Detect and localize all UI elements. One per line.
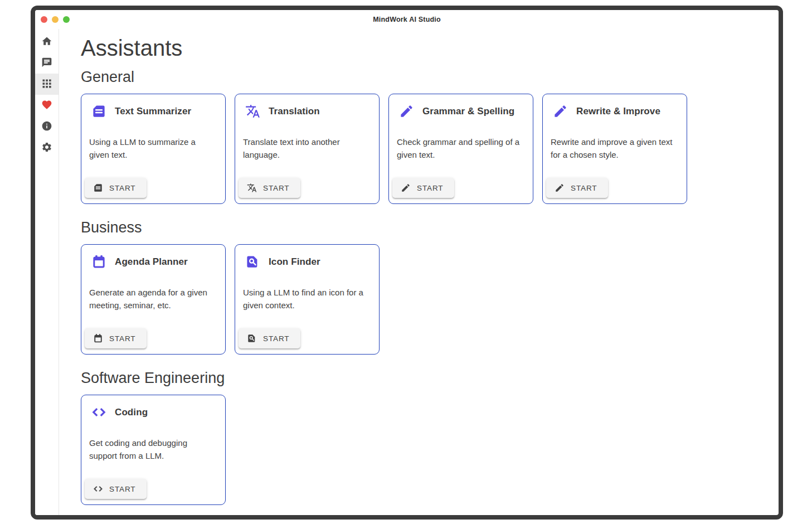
card-description: Rewrite and improve a given text for a c… [551, 136, 679, 161]
card-title: Translation [269, 106, 320, 117]
assistant-card: CodingGet coding and debugging support f… [81, 395, 226, 505]
sidebar-item-home[interactable] [35, 31, 59, 52]
pencil-icon [399, 104, 414, 119]
assistant-section: Software EngineeringCodingGet coding and… [81, 370, 779, 505]
pencil-icon [401, 183, 411, 193]
start-button[interactable]: START [85, 328, 147, 348]
heart-icon [41, 99, 52, 112]
card-title: Icon Finder [269, 256, 320, 268]
card-description: Generate an agenda for a given meeting, … [89, 287, 217, 312]
assistant-section: GeneralText SummarizerUsing a LLM to sum… [81, 69, 779, 204]
settings-gear-icon [41, 142, 52, 154]
apps-grid-icon [41, 78, 52, 91]
app-window: MindWork AI Studio Assistants GeneralTex… [31, 6, 783, 520]
assistant-card: Agenda PlannerGenerate an agenda for a g… [81, 244, 226, 355]
start-button-label: START [263, 334, 290, 343]
page-title: Assistants [81, 36, 779, 61]
code-icon [91, 405, 106, 420]
assistant-card: Icon FinderUsing a LLM to find an icon f… [235, 244, 380, 355]
home-icon [41, 36, 52, 48]
card-description: Translate text into another language. [243, 136, 371, 161]
translate-icon [245, 104, 260, 119]
start-button[interactable]: START [85, 178, 147, 198]
start-button-label: START [109, 485, 136, 493]
assistant-card: TranslationTranslate text into another l… [235, 94, 380, 204]
main-content: Assistants GeneralText SummarizerUsing a… [59, 29, 779, 515]
start-button-label: START [109, 334, 136, 343]
section-heading: Software Engineering [81, 370, 779, 387]
sidebar-item-info[interactable] [35, 116, 59, 137]
card-title: Agenda Planner [115, 256, 188, 268]
sidebar [35, 29, 59, 515]
window-title: MindWork AI Studio [35, 16, 779, 23]
card-description: Using a LLM to summarize a given text. [89, 136, 217, 161]
calendar-icon [93, 333, 103, 343]
start-button[interactable]: START [239, 178, 300, 198]
section-heading: General [81, 69, 779, 86]
sidebar-item-heart[interactable] [35, 95, 59, 116]
titlebar: MindWork AI Studio [35, 10, 779, 29]
translate-icon [247, 183, 257, 193]
start-button[interactable]: START [392, 178, 454, 198]
assistant-section: BusinessAgenda PlannerGenerate an agenda… [81, 219, 779, 355]
sidebar-item-settings[interactable] [35, 137, 59, 158]
start-button-label: START [109, 184, 136, 192]
summarize-document-icon [91, 104, 106, 119]
card-description: Check grammar and spelling of a given te… [397, 136, 525, 161]
icon-search-icon [245, 254, 260, 269]
assistant-card: Rewrite & ImproveRewrite and improve a g… [542, 94, 687, 204]
start-button-label: START [263, 184, 290, 192]
code-icon [93, 484, 103, 494]
card-description: Get coding and debugging support from a … [89, 437, 217, 462]
pencil-icon [555, 183, 565, 193]
calendar-icon [91, 254, 106, 269]
start-button[interactable]: START [546, 178, 608, 198]
card-title: Coding [115, 407, 148, 418]
assistant-card: Text SummarizerUsing a LLM to summarize … [81, 94, 226, 204]
icon-search-icon [247, 333, 257, 343]
start-button-label: START [417, 184, 444, 192]
card-title: Grammar & Spelling [422, 106, 514, 117]
pencil-icon [553, 104, 568, 119]
start-button[interactable]: START [85, 479, 147, 499]
chat-icon [41, 57, 52, 70]
sidebar-item-chat[interactable] [35, 52, 59, 74]
section-heading: Business [81, 219, 779, 236]
card-title: Rewrite & Improve [576, 106, 660, 117]
info-icon [41, 120, 52, 133]
assistant-card: Grammar & SpellingCheck grammar and spel… [388, 94, 533, 204]
start-button[interactable]: START [239, 328, 300, 348]
card-description: Using a LLM to find an icon for a given … [243, 287, 371, 312]
sidebar-item-apps[interactable] [35, 74, 59, 95]
start-button-label: START [571, 184, 597, 192]
summarize-document-icon [93, 183, 103, 193]
card-title: Text Summarizer [115, 106, 191, 117]
